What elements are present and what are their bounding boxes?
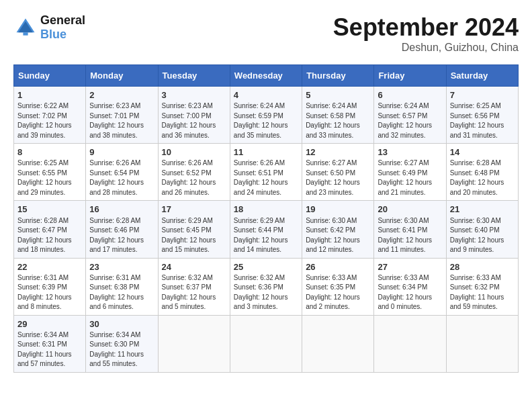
day-info: Sunrise: 6:33 AMSunset: 6:32 PMDaylight:… — [450, 273, 515, 312]
day-number: 28 — [450, 261, 515, 273]
day-info: Sunrise: 6:27 AMSunset: 6:50 PMDaylight:… — [306, 158, 370, 197]
day-cell-11: 11Sunrise: 6:26 AMSunset: 6:51 PMDayligh… — [230, 144, 302, 201]
day-info: Sunrise: 6:32 AMSunset: 6:37 PMDaylight:… — [162, 273, 226, 312]
day-number: 23 — [89, 261, 154, 273]
calendar-week-3: 15Sunrise: 6:28 AMSunset: 6:47 PMDayligh… — [14, 201, 519, 258]
day-number: 10 — [162, 146, 226, 158]
month-title: September 2024 — [333, 13, 519, 42]
day-number: 9 — [89, 146, 154, 158]
day-info: Sunrise: 6:24 AMSunset: 6:59 PMDaylight:… — [234, 101, 298, 140]
day-info: Sunrise: 6:30 AMSunset: 6:42 PMDaylight:… — [306, 216, 370, 255]
day-info: Sunrise: 6:23 AMSunset: 7:00 PMDaylight:… — [162, 101, 226, 140]
day-cell-24: 24Sunrise: 6:32 AMSunset: 6:37 PMDayligh… — [158, 258, 230, 315]
day-number: 4 — [234, 89, 298, 101]
calendar-table: Sunday Monday Tuesday Wednesday Thursday… — [13, 64, 519, 373]
day-info: Sunrise: 6:25 AMSunset: 6:55 PMDaylight:… — [17, 158, 82, 197]
day-cell-22: 22Sunrise: 6:31 AMSunset: 6:39 PMDayligh… — [14, 258, 86, 315]
day-cell-1: 1Sunrise: 6:22 AMSunset: 7:02 PMDaylight… — [14, 87, 86, 144]
day-number: 5 — [306, 89, 370, 101]
day-info: Sunrise: 6:34 AMSunset: 6:30 PMDaylight:… — [89, 330, 154, 369]
day-cell-10: 10Sunrise: 6:26 AMSunset: 6:52 PMDayligh… — [158, 144, 230, 201]
day-info: Sunrise: 6:26 AMSunset: 6:51 PMDaylight:… — [234, 158, 298, 197]
empty-cell — [374, 315, 446, 372]
day-number: 18 — [234, 203, 298, 216]
day-cell-8: 8Sunrise: 6:25 AMSunset: 6:55 PMDaylight… — [14, 144, 86, 201]
empty-cell — [158, 315, 230, 372]
day-number: 15 — [17, 203, 82, 216]
day-cell-23: 23Sunrise: 6:31 AMSunset: 6:38 PMDayligh… — [86, 258, 158, 315]
header-monday: Monday — [86, 65, 158, 87]
day-cell-3: 3Sunrise: 6:23 AMSunset: 7:00 PMDaylight… — [158, 87, 230, 144]
day-info: Sunrise: 6:28 AMSunset: 6:48 PMDaylight:… — [450, 158, 515, 197]
day-info: Sunrise: 6:28 AMSunset: 6:47 PMDaylight:… — [17, 216, 82, 255]
day-number: 22 — [17, 261, 82, 273]
day-cell-5: 5Sunrise: 6:24 AMSunset: 6:58 PMDaylight… — [302, 87, 374, 144]
header-thursday: Thursday — [302, 65, 374, 87]
day-number: 30 — [89, 318, 154, 330]
day-info: Sunrise: 6:25 AMSunset: 6:56 PMDaylight:… — [450, 101, 515, 140]
day-info: Sunrise: 6:22 AMSunset: 7:02 PMDaylight:… — [17, 101, 82, 140]
day-info: Sunrise: 6:27 AMSunset: 6:49 PMDaylight:… — [378, 158, 442, 197]
day-info: Sunrise: 6:33 AMSunset: 6:35 PMDaylight:… — [306, 273, 370, 312]
calendar-week-5: 29Sunrise: 6:34 AMSunset: 6:31 PMDayligh… — [14, 315, 519, 372]
day-info: Sunrise: 6:30 AMSunset: 6:40 PMDaylight:… — [450, 216, 515, 255]
location: Deshun, Guizhou, China — [333, 42, 519, 54]
day-number: 19 — [306, 203, 370, 216]
header-tuesday: Tuesday — [158, 65, 230, 87]
day-info: Sunrise: 6:33 AMSunset: 6:34 PMDaylight:… — [378, 273, 442, 312]
day-cell-19: 19Sunrise: 6:30 AMSunset: 6:42 PMDayligh… — [302, 201, 374, 258]
day-number: 14 — [450, 146, 515, 158]
empty-cell — [446, 315, 518, 372]
day-info: Sunrise: 6:32 AMSunset: 6:36 PMDaylight:… — [234, 273, 298, 312]
day-info: Sunrise: 6:26 AMSunset: 6:54 PMDaylight:… — [89, 158, 154, 197]
day-number: 25 — [234, 261, 298, 273]
empty-cell — [302, 315, 374, 372]
svg-rect-2 — [23, 32, 28, 36]
day-number: 24 — [162, 261, 226, 273]
empty-cell — [230, 315, 302, 372]
day-cell-7: 7Sunrise: 6:25 AMSunset: 6:56 PMDaylight… — [446, 87, 518, 144]
header-sunday: Sunday — [14, 65, 86, 87]
day-cell-14: 14Sunrise: 6:28 AMSunset: 6:48 PMDayligh… — [446, 144, 518, 201]
calendar-week-2: 8Sunrise: 6:25 AMSunset: 6:55 PMDaylight… — [14, 144, 519, 201]
day-number: 26 — [306, 261, 370, 273]
header-friday: Friday — [374, 65, 446, 87]
day-cell-20: 20Sunrise: 6:30 AMSunset: 6:41 PMDayligh… — [374, 201, 446, 258]
calendar-header-row: Sunday Monday Tuesday Wednesday Thursday… — [14, 65, 519, 87]
day-cell-25: 25Sunrise: 6:32 AMSunset: 6:36 PMDayligh… — [230, 258, 302, 315]
day-info: Sunrise: 6:31 AMSunset: 6:39 PMDaylight:… — [17, 273, 82, 312]
day-cell-16: 16Sunrise: 6:28 AMSunset: 6:46 PMDayligh… — [86, 201, 158, 258]
day-cell-2: 2Sunrise: 6:23 AMSunset: 7:01 PMDaylight… — [86, 87, 158, 144]
day-cell-4: 4Sunrise: 6:24 AMSunset: 6:59 PMDaylight… — [230, 87, 302, 144]
day-number: 6 — [378, 89, 442, 101]
day-cell-12: 12Sunrise: 6:27 AMSunset: 6:50 PMDayligh… — [302, 144, 374, 201]
page-header: General Blue September 2024 Deshun, Guiz… — [13, 13, 519, 54]
day-info: Sunrise: 6:29 AMSunset: 6:44 PMDaylight:… — [234, 216, 298, 255]
day-number: 2 — [89, 89, 154, 101]
day-cell-21: 21Sunrise: 6:30 AMSunset: 6:40 PMDayligh… — [446, 201, 518, 258]
day-number: 21 — [450, 203, 515, 216]
day-number: 13 — [378, 146, 442, 158]
day-info: Sunrise: 6:34 AMSunset: 6:31 PMDaylight:… — [17, 330, 82, 369]
header-saturday: Saturday — [446, 65, 518, 87]
day-number: 1 — [17, 89, 82, 101]
day-info: Sunrise: 6:29 AMSunset: 6:45 PMDaylight:… — [162, 216, 226, 255]
logo-text: General Blue — [40, 13, 85, 42]
day-number: 29 — [17, 318, 82, 330]
day-cell-15: 15Sunrise: 6:28 AMSunset: 6:47 PMDayligh… — [14, 201, 86, 258]
day-number: 3 — [162, 89, 226, 101]
calendar-week-4: 22Sunrise: 6:31 AMSunset: 6:39 PMDayligh… — [14, 258, 519, 315]
day-cell-18: 18Sunrise: 6:29 AMSunset: 6:44 PMDayligh… — [230, 201, 302, 258]
day-cell-29: 29Sunrise: 6:34 AMSunset: 6:31 PMDayligh… — [14, 315, 86, 372]
header-wednesday: Wednesday — [230, 65, 302, 87]
day-info: Sunrise: 6:23 AMSunset: 7:01 PMDaylight:… — [89, 101, 154, 140]
day-info: Sunrise: 6:24 AMSunset: 6:57 PMDaylight:… — [378, 101, 442, 140]
day-cell-30: 30Sunrise: 6:34 AMSunset: 6:30 PMDayligh… — [86, 315, 158, 372]
day-info: Sunrise: 6:26 AMSunset: 6:52 PMDaylight:… — [162, 158, 226, 197]
logo-icon — [13, 15, 38, 40]
calendar-week-1: 1Sunrise: 6:22 AMSunset: 7:02 PMDaylight… — [14, 87, 519, 144]
day-cell-17: 17Sunrise: 6:29 AMSunset: 6:45 PMDayligh… — [158, 201, 230, 258]
day-cell-6: 6Sunrise: 6:24 AMSunset: 6:57 PMDaylight… — [374, 87, 446, 144]
day-number: 12 — [306, 146, 370, 158]
day-number: 27 — [378, 261, 442, 273]
